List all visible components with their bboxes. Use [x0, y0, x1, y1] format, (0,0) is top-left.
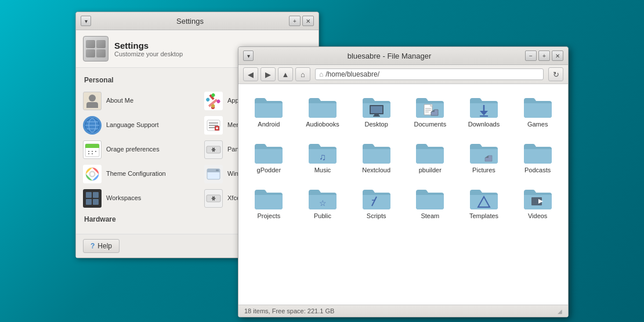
file-manager-window: ▾ bluesabre - File Manager − + ✕ ◀ ▶ ▲ ⌂…	[238, 46, 569, 317]
svg-rect-21	[85, 147, 99, 148]
fm-item-android[interactable]: Android	[244, 90, 294, 131]
panel-icon	[204, 140, 223, 159]
gpodder-folder-icon	[254, 139, 284, 165]
fm-toolbar: ◀ ▶ ▲ ⌂ ⌂ /home/bluesabre/ ↻	[238, 65, 568, 84]
settings-app-icon	[83, 36, 108, 61]
fm-forward-button[interactable]: ▶	[261, 67, 276, 81]
podcasts-label: Podcasts	[524, 167, 551, 173]
theme-label: Theme Configuration	[106, 170, 166, 178]
fm-item-videos[interactable]: Videos	[513, 182, 562, 223]
about-me-icon	[83, 92, 102, 110]
fm-item-desktop[interactable]: Desktop	[352, 90, 401, 131]
fm-titlebar: ▾ bluesabre - File Manager − + ✕	[238, 47, 568, 65]
svg-rect-48	[373, 115, 380, 117]
settings-item-about-me[interactable]: About Me	[76, 89, 197, 113]
settings-maximize-button[interactable]: +	[289, 16, 301, 26]
pbuilder-label: pbuilder	[419, 167, 442, 173]
gpodder-label: gPodder	[257, 167, 281, 173]
fm-item-documents[interactable]: Documents	[406, 90, 455, 131]
xfce-panel-icon	[204, 189, 223, 208]
settings-close-button[interactable]: ✕	[302, 16, 314, 26]
public-label: Public	[314, 212, 331, 219]
fm-item-audiobooks[interactable]: Audiobooks	[298, 90, 348, 131]
fm-item-public[interactable]: ☆ Public	[298, 182, 348, 223]
fm-resize-handle: ◢	[558, 308, 562, 314]
podcasts-folder-icon	[523, 139, 553, 165]
projects-folder-icon	[254, 185, 284, 211]
projects-label: Projects	[257, 212, 280, 219]
window-icon	[204, 165, 223, 183]
videos-folder-icon	[523, 185, 553, 211]
svg-rect-39	[93, 192, 99, 198]
templates-folder-icon	[469, 185, 499, 211]
settings-item-workspaces[interactable]: Workspaces	[76, 186, 197, 211]
fm-item-steam[interactable]: Steam	[406, 182, 455, 223]
fm-item-nextcloud[interactable]: Nextcloud	[352, 136, 401, 177]
pictures-folder-icon	[469, 139, 499, 165]
settings-titlebar: ▾ Settings + ✕	[76, 12, 319, 30]
fm-home-button[interactable]: ⌂	[295, 67, 310, 81]
fm-item-scripts[interactable]: Scripts	[352, 182, 401, 223]
fm-item-podcasts[interactable]: Podcasts	[513, 136, 562, 177]
fm-window-controls: − + ✕	[525, 50, 563, 61]
downloads-folder-icon	[469, 93, 499, 119]
help-label: Help	[97, 242, 112, 250]
fm-item-music[interactable]: ♫ Music	[298, 136, 348, 177]
fm-item-downloads[interactable]: Downloads	[460, 90, 509, 131]
templates-label: Templates	[469, 212, 498, 219]
svg-point-3	[205, 97, 210, 102]
theme-icon	[83, 165, 102, 183]
help-button[interactable]: ? Help	[83, 239, 120, 253]
games-folder-icon	[523, 93, 553, 119]
fm-close-button[interactable]: ✕	[552, 50, 563, 61]
android-label: Android	[258, 121, 280, 128]
appearance-icon	[204, 92, 223, 110]
audiobooks-folder-icon	[307, 93, 338, 119]
fm-up-button[interactable]: ▲	[278, 67, 293, 81]
svg-rect-35	[207, 171, 220, 172]
svg-rect-40	[86, 199, 92, 205]
downloads-label: Downloads	[468, 121, 500, 128]
settings-menu-button[interactable]: ▾	[81, 16, 91, 26]
fm-menu-button[interactable]: ▾	[243, 50, 254, 61]
about-me-label: About Me	[106, 97, 133, 104]
fm-refresh-button[interactable]: ↻	[548, 67, 563, 81]
fm-status-text: 18 items, Free space: 221.1 GB	[244, 307, 334, 314]
fm-maximize-button[interactable]: +	[538, 50, 550, 61]
fm-item-pictures[interactable]: Pictures	[460, 136, 509, 177]
nextcloud-folder-icon	[361, 139, 392, 165]
svg-text:♫: ♫	[319, 152, 326, 162]
public-folder-icon: ☆	[307, 185, 338, 211]
fm-item-games[interactable]: Games	[513, 90, 562, 131]
fm-back-button[interactable]: ◀	[243, 67, 258, 81]
fm-statusbar: 18 items, Free space: 221.1 GB ◢	[238, 305, 568, 317]
fm-item-projects[interactable]: Projects	[244, 182, 294, 223]
nextcloud-label: Nextcloud	[362, 167, 390, 173]
settings-item-theme[interactable]: Theme Configuration	[76, 162, 197, 186]
fm-item-templates[interactable]: Templates	[460, 182, 509, 223]
svg-rect-36	[216, 169, 219, 171]
settings-app-subtitle: Customize your desktop	[114, 50, 183, 57]
music-folder-icon: ♫	[307, 139, 338, 165]
fm-folder-grid: Android Audiobooks Desktop	[244, 90, 562, 223]
svg-text:☆: ☆	[319, 198, 326, 208]
pbuilder-folder-icon	[415, 139, 445, 165]
svg-rect-47	[374, 114, 379, 115]
fm-item-gpodder[interactable]: gPodder	[244, 136, 294, 177]
pictures-label: Pictures	[472, 167, 495, 173]
svg-rect-41	[93, 199, 99, 205]
fm-path-bar[interactable]: ⌂ /home/bluesabre/	[315, 68, 544, 80]
audiobooks-label: Audiobooks	[306, 121, 339, 128]
settings-window-controls: + ✕	[289, 16, 314, 26]
fm-path-text: /home/bluesabre/	[325, 70, 379, 78]
menu-editor-icon	[204, 116, 223, 135]
settings-item-language[interactable]: Language Support	[76, 113, 197, 138]
videos-label: Videos	[528, 212, 547, 219]
language-icon	[83, 116, 102, 135]
help-icon: ?	[91, 242, 95, 250]
fm-item-pbuilder[interactable]: pbuilder	[406, 136, 455, 177]
steam-label: Steam	[421, 212, 439, 219]
fm-minimize-button[interactable]: −	[525, 50, 537, 61]
documents-folder-icon	[415, 93, 445, 119]
settings-item-orage[interactable]: Orage preferences	[76, 138, 197, 162]
